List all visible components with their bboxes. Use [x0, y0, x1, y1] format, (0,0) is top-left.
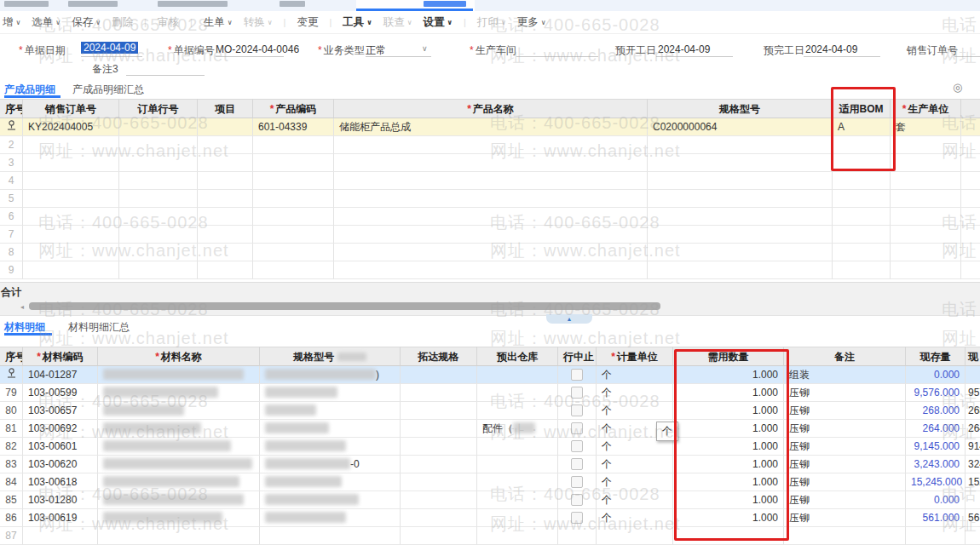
- cell-name[interactable]: [98, 438, 260, 456]
- plan-finish-field[interactable]: 2024-04-09: [805, 43, 857, 55]
- line-stop-checkbox[interactable]: [571, 369, 583, 381]
- cell-required-qty[interactable]: 1.000: [673, 384, 784, 402]
- product-row[interactable]: KY202404005 601-04339 储能柜产品总成 C020000006…: [0, 118, 980, 136]
- cell-spec[interactable]: ): [260, 366, 401, 384]
- material-row[interactable]: 104-01287 ) 个 1.000 组装 0.000: [0, 366, 980, 384]
- cell-unit[interactable]: 个: [597, 402, 673, 420]
- cell-remark[interactable]: 压铆: [784, 384, 906, 402]
- clipped-tab-text[interactable]: [280, 1, 305, 7]
- cell-stock-link[interactable]: 264.000: [906, 420, 966, 438]
- cell-spec[interactable]: [260, 509, 401, 527]
- plan-start-field[interactable]: 2024-04-09: [658, 43, 710, 55]
- material-row[interactable]: 85 103-01280 个 1.000 压铆 0.000: [0, 491, 980, 509]
- cell-required-qty[interactable]: 1.000: [673, 509, 784, 527]
- cell-unit[interactable]: 个: [597, 473, 673, 491]
- add-button[interactable]: 增∨: [3, 15, 20, 30]
- tools-button[interactable]: 工具∨: [343, 15, 372, 30]
- cell-code[interactable]: 103-00599: [23, 384, 98, 402]
- cell-product-code[interactable]: 601-04339: [253, 118, 334, 136]
- material-row[interactable]: 84 103-00618 个 1.000 压铆 15,245.000 152: [0, 473, 980, 491]
- product-empty-row[interactable]: 8: [0, 244, 980, 261]
- scroll-left-icon[interactable]: ◂: [20, 303, 24, 311]
- product-empty-row[interactable]: 9: [0, 261, 980, 279]
- cell-name[interactable]: [98, 420, 260, 438]
- product-empty-row[interactable]: 2: [0, 136, 980, 154]
- convert-button[interactable]: 转换∨: [244, 15, 273, 30]
- cell-code[interactable]: 103-00618: [23, 473, 98, 491]
- line-stop-checkbox[interactable]: [571, 494, 583, 506]
- cell-line-stop[interactable]: [558, 420, 597, 438]
- doc-date-field[interactable]: 2024-04-09: [81, 42, 138, 54]
- more-button[interactable]: 更多∨: [517, 15, 546, 30]
- cell-warehouse[interactable]: [477, 456, 558, 473]
- product-empty-row[interactable]: 5: [0, 190, 980, 208]
- cell-line-stop[interactable]: [558, 509, 597, 527]
- cell-unit[interactable]: 个: [597, 456, 673, 473]
- cell-required-qty[interactable]: 1.000: [673, 420, 784, 438]
- change-button[interactable]: 变更: [297, 15, 318, 30]
- line-stop-checkbox[interactable]: [571, 512, 583, 524]
- delete-button[interactable]: 删除: [112, 15, 133, 30]
- cell-remark[interactable]: 压铆: [784, 420, 906, 438]
- material-row[interactable]: 79 103-00599 个 1.000 压铆 9,576.000 957: [0, 384, 980, 402]
- clipped-tab-text[interactable]: [4, 1, 49, 7]
- cell-name[interactable]: [98, 366, 260, 384]
- cell-bom[interactable]: A: [833, 118, 891, 136]
- doc-no-field[interactable]: MO-2024-04-0046: [216, 43, 299, 55]
- cell-unit[interactable]: 个: [597, 384, 673, 402]
- cell-product-name[interactable]: 储能柜产品总成: [334, 118, 648, 136]
- product-empty-row[interactable]: 6: [0, 208, 980, 226]
- cell-spec[interactable]: [260, 438, 401, 456]
- cell-warehouse[interactable]: [477, 491, 558, 509]
- cell-required-qty[interactable]: 1.000: [673, 402, 784, 420]
- chevron-down-icon[interactable]: ∨: [422, 44, 428, 53]
- cell-remark[interactable]: 压铆: [784, 438, 906, 456]
- cell-code[interactable]: 103-00692: [23, 420, 98, 438]
- material-empty-row[interactable]: 87: [0, 527, 980, 545]
- cell-line-stop[interactable]: [558, 402, 597, 420]
- cell-stock-link[interactable]: 9,576.000: [906, 384, 966, 402]
- print-button[interactable]: 打印∨: [477, 15, 506, 30]
- cell-spec[interactable]: C0200000064: [648, 118, 833, 136]
- cell-remark[interactable]: 压铆: [784, 456, 906, 473]
- collapse-panel-button[interactable]: ▲: [546, 314, 592, 324]
- grid-settings-icon[interactable]: ◎: [953, 81, 962, 94]
- cell-prod-unit[interactable]: 套: [891, 118, 961, 136]
- tab-material-summary[interactable]: 材料明细汇总: [68, 320, 130, 335]
- settings-button[interactable]: 设置∨: [424, 15, 453, 30]
- cell-spec[interactable]: [260, 402, 401, 420]
- cell-required-qty[interactable]: 1.000: [673, 456, 784, 473]
- cell-tuoda-spec[interactable]: [401, 420, 477, 438]
- cell-line-stop[interactable]: [558, 366, 597, 384]
- cell-name[interactable]: [98, 491, 260, 509]
- cell-warehouse[interactable]: [477, 366, 558, 384]
- material-row[interactable]: 86 103-00619 个 1.000 压铆 561.000 56: [0, 509, 980, 527]
- cell-spec[interactable]: [260, 384, 401, 402]
- unit-popup[interactable]: 个: [656, 422, 678, 441]
- cell-line-stop[interactable]: [558, 384, 597, 402]
- cell-tuoda-spec[interactable]: [401, 384, 477, 402]
- cell-remark[interactable]: 压铆: [784, 491, 906, 509]
- cell-remark[interactable]: 压铆: [784, 473, 906, 491]
- cell-code[interactable]: 103-00619: [23, 509, 98, 527]
- cell-order-line[interactable]: [119, 118, 198, 136]
- cell-warehouse[interactable]: [477, 473, 558, 491]
- cell-tuoda-spec[interactable]: [401, 491, 477, 509]
- save-button[interactable]: 保存∨: [72, 15, 101, 30]
- clipped-tab-text[interactable]: [68, 1, 118, 7]
- line-stop-checkbox[interactable]: [571, 476, 583, 488]
- cell-code[interactable]: 103-00657: [23, 402, 98, 420]
- cell-warehouse[interactable]: [477, 402, 558, 420]
- audit-button[interactable]: 审核: [158, 15, 179, 30]
- cell-spec[interactable]: [260, 473, 401, 491]
- clipped-tab-text[interactable]: [158, 1, 228, 7]
- line-stop-checkbox[interactable]: [571, 458, 583, 470]
- cell-stock-link[interactable]: 0.000: [906, 491, 966, 509]
- cell-required-qty[interactable]: 1.000: [673, 366, 784, 384]
- cell-unit[interactable]: 个: [597, 366, 673, 384]
- cell-remark[interactable]: 压铆: [784, 402, 906, 420]
- cell-remark[interactable]: 压铆: [784, 509, 906, 527]
- cell-warehouse[interactable]: [477, 438, 558, 456]
- cell-stock-link[interactable]: 3,243.000: [906, 456, 966, 473]
- cell-spec[interactable]: -0: [260, 456, 401, 473]
